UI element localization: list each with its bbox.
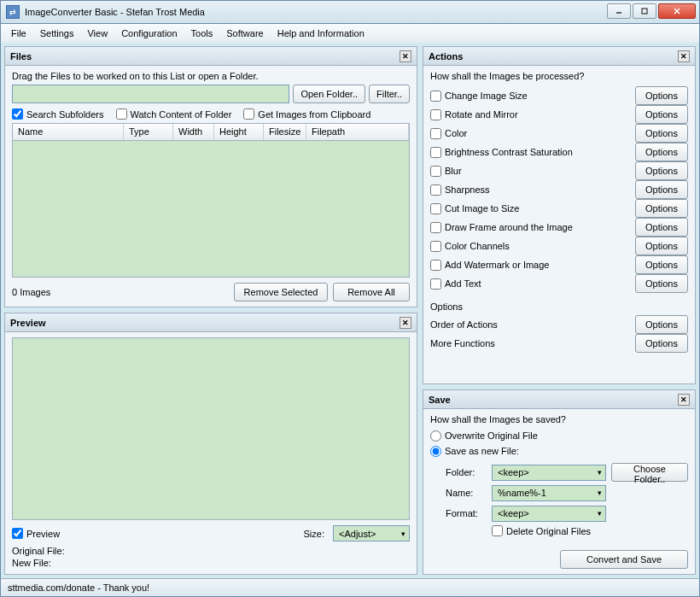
files-panel: Files ✕ Drag the Files to be worked on t…	[4, 46, 417, 307]
window-title: ImageConverter Basic - Stefan Trost Medi…	[25, 7, 605, 17]
action-check-6[interactable]: Cut Image to Size	[430, 203, 635, 214]
action-check-4[interactable]: Blur	[430, 166, 635, 177]
status-text: sttmedia.com/donate - Thank you!	[8, 582, 692, 593]
save-new-radio[interactable]: Save as new File:	[430, 443, 688, 459]
col-height[interactable]: Height	[214, 124, 264, 140]
col-type[interactable]: Type	[124, 124, 173, 140]
save-panel: Save ✕ How shall the Images be saved? Ov…	[423, 389, 696, 575]
files-panel-close-icon[interactable]: ✕	[400, 50, 411, 62]
actions-question: How shall the Images be processed?	[430, 71, 688, 81]
action-row: Cut Image to SizeOptions	[430, 199, 688, 218]
search-subfolders-check[interactable]: Search Subfolders	[12, 108, 104, 120]
format-combo[interactable]: <keep>	[492, 506, 606, 522]
action-options-button-4[interactable]: Options	[635, 161, 688, 180]
action-options-button-8[interactable]: Options	[635, 237, 688, 255]
maximize-button[interactable]	[633, 3, 656, 19]
order-options-button[interactable]: Options	[635, 315, 688, 334]
files-table: Name Type Width Height Filesize Filepath	[12, 123, 410, 278]
action-check-1[interactable]: Rotate and Mirror	[430, 109, 635, 120]
actions-panel: Actions ✕ How shall the Images be proces…	[423, 46, 696, 384]
format-label: Format:	[446, 508, 487, 518]
order-of-actions-label: Order of Actions	[430, 319, 635, 330]
preview-panel-title: Preview	[10, 318, 400, 328]
col-filepath[interactable]: Filepath	[306, 124, 409, 140]
files-drag-hint: Drag the Files to be worked on to this L…	[12, 71, 410, 81]
action-options-button-10[interactable]: Options	[635, 274, 688, 293]
action-row: Brightness Contrast SaturationOptions	[430, 143, 688, 161]
name-combo[interactable]: %name%-1	[492, 485, 606, 501]
action-row: Rotate and MirrorOptions	[430, 105, 688, 124]
menu-configuration[interactable]: Configuration	[114, 26, 184, 41]
size-combo[interactable]: <Adjust>	[333, 525, 410, 541]
action-options-button-7[interactable]: Options	[635, 218, 688, 237]
action-options-button-2[interactable]: Options	[635, 124, 688, 143]
actions-panel-title: Actions	[429, 51, 678, 61]
get-clipboard-check[interactable]: Get Images from Clipboard	[243, 108, 370, 120]
statusbar: sttmedia.com/donate - Thank you!	[0, 578, 700, 597]
more-options-button[interactable]: Options	[635, 334, 688, 353]
action-check-5[interactable]: Sharpness	[430, 184, 635, 196]
action-row: Add TextOptions	[430, 274, 688, 293]
files-table-header: Name Type Width Height Filesize Filepath	[13, 124, 409, 141]
folder-combo[interactable]: <keep>	[492, 465, 606, 481]
action-options-button-9[interactable]: Options	[635, 255, 688, 274]
col-name[interactable]: Name	[13, 124, 124, 140]
action-row: BlurOptions	[430, 161, 688, 180]
preview-panel-close-icon[interactable]: ✕	[400, 317, 411, 329]
action-options-button-0[interactable]: Options	[635, 86, 688, 105]
action-check-8[interactable]: Color Channels	[430, 241, 635, 252]
options-subhead: Options	[430, 301, 688, 312]
save-panel-close-icon[interactable]: ✕	[678, 394, 690, 406]
menu-help[interactable]: Help and Information	[271, 26, 371, 41]
files-panel-title: Files	[10, 51, 400, 61]
menubar: File Settings View Configuration Tools S…	[0, 24, 700, 43]
original-file-label: Original File:	[12, 545, 410, 557]
minimize-button[interactable]	[607, 3, 631, 19]
preview-check[interactable]: Preview	[12, 528, 299, 539]
folder-label: Folder:	[446, 467, 487, 477]
open-folder-button[interactable]: Open Folder..	[293, 85, 365, 103]
action-check-2[interactable]: Color	[430, 128, 635, 139]
action-check-0[interactable]: Change Image Size	[430, 91, 635, 102]
col-filesize[interactable]: Filesize	[264, 124, 306, 140]
preview-canvas	[12, 337, 410, 520]
menu-software[interactable]: Software	[219, 26, 270, 41]
name-label: Name:	[446, 488, 487, 498]
watch-content-check[interactable]: Watch Content of Folder	[116, 108, 232, 120]
action-row: SharpnessOptions	[430, 180, 688, 199]
menu-settings[interactable]: Settings	[33, 26, 81, 41]
menu-file[interactable]: File	[4, 26, 33, 41]
action-check-10[interactable]: Add Text	[430, 278, 635, 290]
titlebar: ⇄ ImageConverter Basic - Stefan Trost Me…	[0, 0, 700, 24]
action-row: Change Image SizeOptions	[430, 86, 688, 105]
app-icon: ⇄	[6, 5, 20, 19]
overwrite-radio[interactable]: Overwrite Original File	[430, 428, 688, 443]
filter-button[interactable]: Filter..	[369, 85, 410, 103]
action-check-9[interactable]: Add Watermark or Image	[430, 260, 635, 271]
action-check-3[interactable]: Brightness Contrast Saturation	[430, 147, 635, 158]
files-count: 0 Images	[12, 287, 229, 297]
actions-panel-close-icon[interactable]: ✕	[678, 50, 690, 62]
action-row: Draw Frame around the ImageOptions	[430, 218, 688, 237]
action-options-button-5[interactable]: Options	[635, 180, 688, 199]
save-panel-title: Save	[429, 395, 678, 405]
new-file-label: New File:	[12, 557, 410, 569]
save-question: How shall the Images be saved?	[430, 414, 688, 424]
delete-originals-check[interactable]: Delete Original Files	[492, 525, 688, 536]
close-button[interactable]	[658, 3, 696, 19]
remove-selected-button[interactable]: Remove Selected	[234, 283, 328, 301]
action-row: Color ChannelsOptions	[430, 237, 688, 255]
action-options-button-1[interactable]: Options	[635, 105, 688, 124]
files-table-body[interactable]	[13, 141, 409, 277]
action-options-button-6[interactable]: Options	[635, 199, 688, 218]
remove-all-button[interactable]: Remove All	[333, 283, 410, 301]
folder-path-input[interactable]	[12, 85, 289, 103]
action-check-7[interactable]: Draw Frame around the Image	[430, 222, 635, 233]
choose-folder-button[interactable]: Choose Folder..	[611, 463, 688, 482]
menu-view[interactable]: View	[80, 26, 114, 41]
col-width[interactable]: Width	[173, 124, 214, 140]
action-options-button-3[interactable]: Options	[635, 143, 688, 161]
convert-save-button[interactable]: Convert and Save	[560, 550, 688, 569]
menu-tools[interactable]: Tools	[184, 26, 220, 41]
size-label: Size:	[304, 529, 324, 539]
